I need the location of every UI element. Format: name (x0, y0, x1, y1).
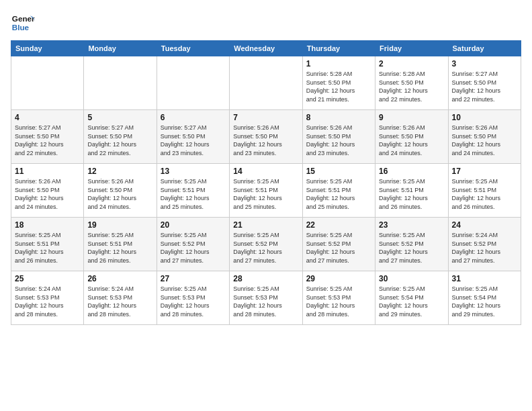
day-info: Sunrise: 5:25 AM Sunset: 5:52 PM Dayligh… (233, 231, 298, 265)
day-number: 11 (15, 167, 80, 176)
calendar-header: SundayMondayTuesdayWednesdayThursdayFrid… (11, 41, 521, 56)
day-info: Sunrise: 5:25 AM Sunset: 5:52 PM Dayligh… (306, 231, 371, 265)
day-number: 27 (161, 274, 226, 283)
week-row-4: 25Sunrise: 5:24 AM Sunset: 5:53 PM Dayli… (11, 271, 521, 325)
day-number: 3 (452, 59, 517, 68)
day-info: Sunrise: 5:28 AM Sunset: 5:50 PM Dayligh… (306, 70, 371, 103)
day-number: 28 (233, 274, 298, 283)
day-cell: 27Sunrise: 5:25 AM Sunset: 5:53 PM Dayli… (157, 271, 229, 325)
day-number: 13 (161, 167, 226, 176)
day-info: Sunrise: 5:25 AM Sunset: 5:51 PM Dayligh… (87, 231, 152, 265)
day-cell: 23Sunrise: 5:25 AM Sunset: 5:52 PM Dayli… (375, 218, 448, 271)
day-cell: 17Sunrise: 5:25 AM Sunset: 5:51 PM Dayli… (448, 164, 521, 218)
day-number: 12 (87, 167, 152, 176)
day-number: 17 (452, 167, 517, 176)
day-number: 1 (306, 59, 371, 68)
day-info: Sunrise: 5:25 AM Sunset: 5:51 PM Dayligh… (233, 177, 298, 211)
day-cell: 1Sunrise: 5:28 AM Sunset: 5:50 PM Daylig… (302, 56, 375, 110)
day-number: 18 (15, 220, 80, 230)
day-cell (84, 56, 157, 110)
day-info: Sunrise: 5:25 AM Sunset: 5:54 PM Dayligh… (379, 285, 444, 318)
day-cell: 24Sunrise: 5:24 AM Sunset: 5:52 PM Dayli… (448, 218, 521, 271)
day-info: Sunrise: 5:27 AM Sunset: 5:50 PM Dayligh… (87, 124, 152, 157)
week-row-1: 4Sunrise: 5:27 AM Sunset: 5:50 PM Daylig… (11, 110, 521, 164)
day-number: 4 (15, 113, 80, 122)
day-cell: 19Sunrise: 5:25 AM Sunset: 5:51 PM Dayli… (84, 218, 157, 271)
day-number: 19 (87, 220, 152, 230)
day-cell: 11Sunrise: 5:26 AM Sunset: 5:50 PM Dayli… (11, 164, 84, 218)
day-number: 5 (87, 113, 152, 122)
day-cell: 20Sunrise: 5:25 AM Sunset: 5:52 PM Dayli… (157, 218, 229, 271)
day-info: Sunrise: 5:25 AM Sunset: 5:53 PM Dayligh… (161, 285, 226, 318)
day-info: Sunrise: 5:27 AM Sunset: 5:50 PM Dayligh… (452, 70, 517, 103)
header-thursday: Thursday (302, 41, 375, 56)
day-info: Sunrise: 5:25 AM Sunset: 5:53 PM Dayligh… (233, 285, 298, 318)
day-number: 22 (306, 220, 371, 230)
day-number: 29 (306, 274, 371, 283)
day-info: Sunrise: 5:26 AM Sunset: 5:50 PM Dayligh… (233, 124, 298, 157)
day-info: Sunrise: 5:25 AM Sunset: 5:51 PM Dayligh… (306, 177, 371, 211)
day-number: 14 (233, 167, 298, 176)
day-number: 25 (15, 274, 80, 283)
day-info: Sunrise: 5:25 AM Sunset: 5:51 PM Dayligh… (161, 177, 226, 211)
day-cell: 9Sunrise: 5:26 AM Sunset: 5:50 PM Daylig… (375, 110, 448, 164)
day-cell: 2Sunrise: 5:28 AM Sunset: 5:50 PM Daylig… (375, 56, 448, 110)
day-info: Sunrise: 5:27 AM Sunset: 5:50 PM Dayligh… (15, 124, 80, 157)
day-info: Sunrise: 5:26 AM Sunset: 5:50 PM Dayligh… (306, 124, 371, 157)
day-number: 21 (233, 220, 298, 230)
header-tuesday: Tuesday (157, 41, 229, 56)
day-number: 9 (379, 113, 444, 122)
day-info: Sunrise: 5:24 AM Sunset: 5:53 PM Dayligh… (15, 285, 80, 318)
day-cell: 16Sunrise: 5:25 AM Sunset: 5:51 PM Dayli… (375, 164, 448, 218)
day-info: Sunrise: 5:26 AM Sunset: 5:50 PM Dayligh… (452, 124, 517, 157)
day-number: 8 (306, 113, 371, 122)
day-cell (157, 56, 229, 110)
day-cell: 8Sunrise: 5:26 AM Sunset: 5:50 PM Daylig… (302, 110, 375, 164)
day-cell: 22Sunrise: 5:25 AM Sunset: 5:52 PM Dayli… (302, 218, 375, 271)
day-number: 20 (161, 220, 226, 230)
calendar-table: SundayMondayTuesdayWednesdayThursdayFrid… (11, 40, 521, 325)
day-cell: 28Sunrise: 5:25 AM Sunset: 5:53 PM Dayli… (230, 271, 302, 325)
day-number: 30 (379, 274, 444, 283)
day-cell: 18Sunrise: 5:25 AM Sunset: 5:51 PM Dayli… (11, 218, 84, 271)
day-info: Sunrise: 5:25 AM Sunset: 5:53 PM Dayligh… (306, 285, 371, 318)
day-number: 26 (87, 274, 152, 283)
day-cell: 13Sunrise: 5:25 AM Sunset: 5:51 PM Dayli… (157, 164, 229, 218)
day-info: Sunrise: 5:26 AM Sunset: 5:50 PM Dayligh… (15, 177, 80, 211)
day-info: Sunrise: 5:25 AM Sunset: 5:54 PM Dayligh… (452, 285, 517, 318)
day-number: 7 (233, 113, 298, 122)
day-number: 2 (379, 59, 444, 68)
day-info: Sunrise: 5:25 AM Sunset: 5:51 PM Dayligh… (452, 177, 517, 211)
logo-icon: General Blue (11, 11, 35, 35)
day-cell (230, 56, 302, 110)
header-saturday: Saturday (448, 41, 521, 56)
svg-text:Blue: Blue (12, 23, 30, 32)
day-info: Sunrise: 5:24 AM Sunset: 5:53 PM Dayligh… (87, 285, 152, 318)
day-info: Sunrise: 5:26 AM Sunset: 5:50 PM Dayligh… (87, 177, 152, 211)
day-cell: 4Sunrise: 5:27 AM Sunset: 5:50 PM Daylig… (11, 110, 84, 164)
day-info: Sunrise: 5:25 AM Sunset: 5:51 PM Dayligh… (379, 177, 444, 211)
day-cell: 6Sunrise: 5:27 AM Sunset: 5:50 PM Daylig… (157, 110, 229, 164)
logo: General Blue (11, 11, 35, 35)
day-info: Sunrise: 5:24 AM Sunset: 5:52 PM Dayligh… (452, 231, 517, 265)
day-info: Sunrise: 5:25 AM Sunset: 5:52 PM Dayligh… (379, 231, 444, 265)
day-cell: 5Sunrise: 5:27 AM Sunset: 5:50 PM Daylig… (84, 110, 157, 164)
day-cell (11, 56, 84, 110)
day-info: Sunrise: 5:25 AM Sunset: 5:52 PM Dayligh… (161, 231, 226, 265)
day-cell: 15Sunrise: 5:25 AM Sunset: 5:51 PM Dayli… (302, 164, 375, 218)
day-info: Sunrise: 5:28 AM Sunset: 5:50 PM Dayligh… (379, 70, 444, 103)
header: General Blue (11, 11, 521, 35)
calendar-body: 1Sunrise: 5:28 AM Sunset: 5:50 PM Daylig… (11, 56, 521, 325)
week-row-2: 11Sunrise: 5:26 AM Sunset: 5:50 PM Dayli… (11, 164, 521, 218)
day-cell: 21Sunrise: 5:25 AM Sunset: 5:52 PM Dayli… (230, 218, 302, 271)
week-row-3: 18Sunrise: 5:25 AM Sunset: 5:51 PM Dayli… (11, 218, 521, 271)
week-row-0: 1Sunrise: 5:28 AM Sunset: 5:50 PM Daylig… (11, 56, 521, 110)
header-monday: Monday (84, 41, 157, 56)
day-cell: 26Sunrise: 5:24 AM Sunset: 5:53 PM Dayli… (84, 271, 157, 325)
day-number: 10 (452, 113, 517, 122)
day-cell: 10Sunrise: 5:26 AM Sunset: 5:50 PM Dayli… (448, 110, 521, 164)
day-info: Sunrise: 5:27 AM Sunset: 5:50 PM Dayligh… (161, 124, 226, 157)
day-cell: 12Sunrise: 5:26 AM Sunset: 5:50 PM Dayli… (84, 164, 157, 218)
header-sunday: Sunday (11, 41, 84, 56)
day-cell: 25Sunrise: 5:24 AM Sunset: 5:53 PM Dayli… (11, 271, 84, 325)
